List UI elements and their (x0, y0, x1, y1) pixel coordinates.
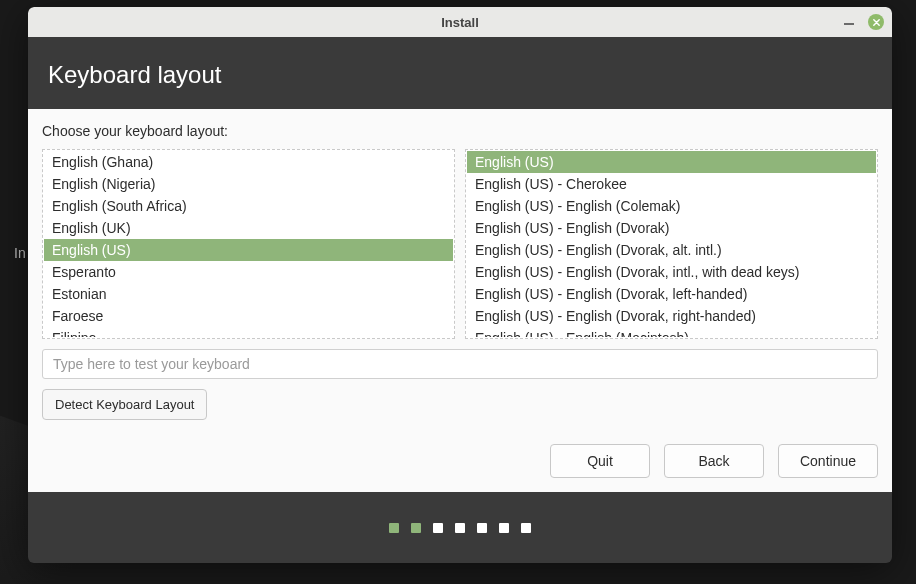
variant-list-item[interactable]: English (US) - English (Colemak) (467, 195, 876, 217)
layout-lists: English (Ghana)English (Nigeria)English … (42, 149, 878, 339)
variant-list-item[interactable]: English (US) (467, 151, 876, 173)
progress-dot (411, 523, 421, 533)
language-list-item[interactable]: English (Ghana) (44, 151, 453, 173)
language-list-item[interactable]: English (UK) (44, 217, 453, 239)
quit-button[interactable]: Quit (550, 444, 650, 478)
action-row: Quit Back Continue (42, 444, 878, 478)
language-list-item[interactable]: English (Nigeria) (44, 173, 453, 195)
detect-keyboard-button[interactable]: Detect Keyboard Layout (42, 389, 207, 420)
variant-list-item[interactable]: English (US) - English (Dvorak, alt. int… (467, 239, 876, 261)
variant-list-item[interactable]: English (US) - English (Dvorak, intl., w… (467, 261, 876, 283)
variant-list-item[interactable]: English (US) - English (Dvorak) (467, 217, 876, 239)
language-list-item[interactable]: Faroese (44, 305, 453, 327)
window-title: Install (441, 15, 479, 30)
progress-dot (433, 523, 443, 533)
language-list-item[interactable]: English (South Africa) (44, 195, 453, 217)
progress-dot (455, 523, 465, 533)
language-list-item[interactable]: Estonian (44, 283, 453, 305)
variant-list-item[interactable]: English (US) - English (Dvorak, right-ha… (467, 305, 876, 327)
progress-dot (477, 523, 487, 533)
page-title: Keyboard layout (48, 61, 872, 89)
background-app-label: In (14, 245, 26, 261)
variant-listbox[interactable]: English (US)English (US) - CherokeeEngli… (465, 149, 878, 339)
install-window: Install Keyboard layout Choose your keyb… (28, 7, 892, 563)
test-keyboard-input[interactable] (42, 349, 878, 379)
titlebar[interactable]: Install (28, 7, 892, 37)
minimize-icon[interactable] (844, 23, 854, 25)
language-list-item[interactable]: Esperanto (44, 261, 453, 283)
progress-dot (499, 523, 509, 533)
progress-dot (389, 523, 399, 533)
language-list-item[interactable]: Filipino (44, 327, 453, 337)
progress-dot (521, 523, 531, 533)
language-list-item[interactable]: English (US) (44, 239, 453, 261)
page-header: Keyboard layout (28, 37, 892, 109)
content-area: Choose your keyboard layout: English (Gh… (28, 109, 892, 492)
variant-list-item[interactable]: English (US) - Cherokee (467, 173, 876, 195)
close-icon[interactable] (868, 14, 884, 30)
variant-list-item[interactable]: English (US) - English (Macintosh) (467, 327, 876, 337)
choose-layout-label: Choose your keyboard layout: (42, 123, 878, 139)
variant-list-item[interactable]: English (US) - English (Dvorak, left-han… (467, 283, 876, 305)
continue-button[interactable]: Continue (778, 444, 878, 478)
language-listbox[interactable]: English (Ghana)English (Nigeria)English … (42, 149, 455, 339)
progress-dots (28, 492, 892, 563)
back-button[interactable]: Back (664, 444, 764, 478)
